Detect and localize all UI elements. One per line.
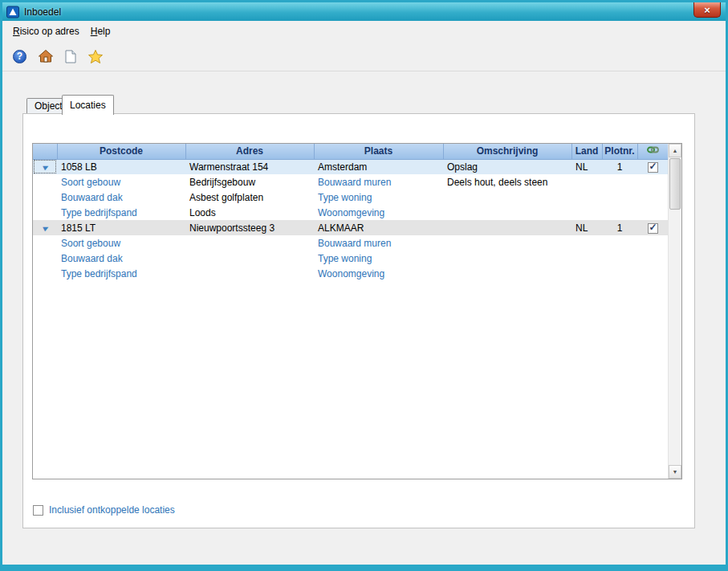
detail-field-value: [443, 235, 571, 251]
location-detail-row: Bouwaard dakType woning: [33, 251, 668, 266]
include-unlinked-label: Inclusief ontkoppelde locaties: [49, 504, 175, 516]
locations-table: PostcodeAdresPlaatsOmschrijvingLandPlotn…: [32, 143, 682, 479]
detail-field-value: Asbest golfplaten: [185, 190, 314, 205]
locations-table-body: ▼1058 LBWarmenstraat 154AmsterdamOpslagN…: [33, 159, 668, 281]
detail-field-value: [443, 190, 571, 205]
cell-land: NL: [571, 220, 602, 235]
cell-plotnr: 1: [602, 220, 637, 235]
tab-locaties[interactable]: Locaties: [62, 95, 114, 115]
detail-field-value: [443, 251, 571, 266]
detail-field-value: [185, 251, 314, 266]
cell-postcode: 1815 LT: [57, 220, 185, 235]
column-header-link[interactable]: [637, 144, 668, 159]
location-detail-row: Soort gebouwBedrijfsgebouwBouwaard muren…: [33, 174, 668, 190]
titlebar[interactable]: Inboedel ×: [2, 2, 726, 21]
scrollbar-thumb[interactable]: [669, 158, 681, 210]
menubar: Risico op adres Help: [2, 21, 726, 42]
column-header-expand[interactable]: [33, 144, 57, 159]
location-detail-row: Bouwaard dakAsbest golfplatenType woning: [33, 190, 668, 205]
detail-field-label: Bouwaard dak: [57, 251, 185, 266]
column-header-adres[interactable]: Adres: [185, 144, 314, 159]
cell-omschrijving: [443, 220, 571, 235]
cell-adres: Nieuwpoortssteeg 3: [185, 220, 314, 235]
detail-field-label: Type bedrijfspand: [57, 266, 185, 281]
column-header-land[interactable]: Land: [571, 144, 602, 159]
expand-row-icon[interactable]: ▼: [39, 164, 50, 172]
column-header-plotnr[interactable]: Plotnr.: [602, 144, 637, 159]
include-unlinked-checkbox[interactable]: [33, 505, 43, 516]
column-header-postcode[interactable]: Postcode: [57, 144, 185, 159]
linked-checkbox[interactable]: [648, 162, 658, 173]
detail-field-label: Type bedrijfspand: [57, 205, 185, 220]
cell-plaats: Amsterdam: [314, 159, 443, 174]
location-detail-row: Type bedrijfspandWoonomgeving: [33, 266, 668, 281]
detail-field-value: Bedrijfsgebouw: [185, 174, 314, 190]
include-unlinked-locations: Inclusief ontkoppelde locaties: [33, 504, 175, 516]
detail-field-label: Bouwaard muren: [314, 174, 443, 190]
toolbar: ?: [2, 42, 726, 71]
detail-field-value: Loods: [185, 205, 314, 220]
cell-omschrijving: Opslag: [443, 159, 571, 174]
app-logo-icon: [6, 6, 19, 18]
cell-postcode: 1058 LB: [57, 159, 185, 174]
scroll-up-icon[interactable]: ▲: [669, 144, 681, 157]
detail-field-value: [185, 235, 314, 251]
detail-field-label: Bouwaard muren: [314, 235, 443, 251]
cell-plaats: ALKMAAR: [314, 220, 443, 235]
column-header-plaats[interactable]: Plaats: [314, 144, 443, 159]
detail-field-label: Type woning: [314, 190, 443, 205]
window-title: Inboedel: [24, 6, 61, 18]
detail-field-label: Woonomgeving: [314, 266, 443, 281]
location-detail-row: Type bedrijfspandLoodsWoonomgeving: [33, 205, 668, 220]
menu-item-help[interactable]: Help: [85, 23, 116, 39]
detail-field-value: [443, 205, 571, 220]
linked-checkbox[interactable]: [648, 223, 658, 234]
location-detail-row: Soort gebouwBouwaard muren: [33, 235, 668, 251]
new-document-icon[interactable]: [65, 50, 76, 63]
detail-field-label: Type woning: [314, 251, 443, 266]
favorites-star-icon[interactable]: [88, 50, 103, 63]
cell-plotnr: 1: [602, 159, 637, 174]
link-icon: [647, 145, 659, 154]
vertical-scrollbar[interactable]: ▲ ▼: [668, 144, 681, 479]
menu-item-risico-op-adres[interactable]: Risico op adres: [7, 23, 85, 39]
cell-land: NL: [571, 159, 602, 174]
expand-row-icon[interactable]: ▼: [39, 225, 50, 233]
location-row[interactable]: ▼1815 LTNieuwpoortssteeg 3ALKMAARNL1: [33, 220, 668, 235]
help-icon[interactable]: ?: [13, 50, 26, 63]
home-icon[interactable]: [39, 50, 53, 63]
location-row[interactable]: ▼1058 LBWarmenstraat 154AmsterdamOpslagN…: [33, 159, 668, 174]
scroll-down-icon[interactable]: ▼: [669, 465, 681, 479]
cell-adres: Warmenstraat 154: [185, 159, 314, 174]
detail-field-label: Woonomgeving: [314, 205, 443, 220]
detail-field-label: Bouwaard dak: [57, 190, 185, 205]
client-area: Risico op adres Help ?: [2, 21, 726, 565]
workspace: Object Locaties PostcodeAdresPlaatsOmsch…: [2, 71, 726, 565]
close-button[interactable]: ×: [693, 2, 721, 18]
locaties-tab-panel: PostcodeAdresPlaatsOmschrijvingLandPlotn…: [22, 113, 695, 528]
app-window: Inboedel × Risico op adres Help ?: [0, 0, 728, 571]
table-header-row: PostcodeAdresPlaatsOmschrijvingLandPlotn…: [33, 144, 668, 159]
detail-field-label: Soort gebouw: [57, 174, 185, 190]
detail-field-value: [443, 266, 571, 281]
detail-field-label: Soort gebouw: [57, 235, 185, 251]
column-header-omschrijving[interactable]: Omschrijving: [443, 144, 571, 159]
detail-field-value: [185, 266, 314, 281]
detail-field-value: Deels hout, deels steen: [443, 174, 571, 190]
